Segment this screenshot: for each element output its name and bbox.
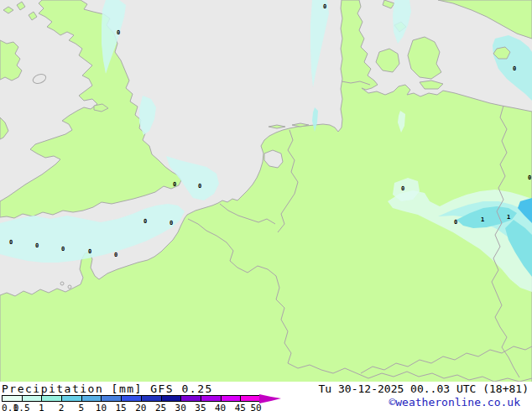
legend-colorbar [2, 395, 261, 402]
station-precip-value: 0 [114, 252, 117, 258]
station-precip-value: 0 [61, 247, 65, 252]
legend-color-segment [240, 395, 261, 402]
legend-color-segment [101, 395, 122, 402]
station-precip-value: 0 [35, 243, 39, 249]
legend-tick-label: 5 [78, 403, 84, 411]
legend-tick-label: 20 [135, 403, 146, 411]
legend-color-segment [81, 395, 102, 402]
legend-tick-label: 35 [195, 403, 206, 411]
legend-tick-label: 0.5 [13, 403, 30, 411]
station-precip-value: 0 [170, 221, 173, 226]
station-precip-value: 0 [454, 220, 457, 226]
legend-color-segment [141, 395, 162, 402]
legend-color-segment [41, 395, 62, 402]
legend-title: Precipitation [mm] GFS 0.25 [2, 382, 213, 395]
island-channel-1 [60, 282, 64, 285]
legend-color-segment [2, 395, 23, 402]
legend-tick-label: 50 [250, 403, 261, 411]
station-precip-value: 0 [323, 4, 326, 10]
legend-color-segment [221, 395, 242, 402]
legend-color-segment [180, 395, 201, 402]
legend-tick-label: 1 [39, 403, 44, 411]
legend-tick-label: 45 [235, 403, 246, 411]
legend-color-segment [161, 395, 182, 402]
weather-map-screen: 00000000000000011 Precipitation [mm] GFS… [0, 0, 532, 411]
legend-colorbar-arrow [259, 393, 283, 404]
legend-tick-label: 15 [116, 403, 127, 411]
legend-color-segment [61, 395, 82, 402]
station-precip-value: 0 [401, 186, 404, 192]
precipitation-map [0, 0, 532, 382]
legend-color-segment [121, 395, 142, 402]
map-container: 00000000000000011 [0, 0, 532, 382]
forecast-timestamp: Tu 30-12-2025 00..03 UTC (18+81) [319, 382, 529, 395]
copyright-link[interactable]: ©weatheronline.co.uk [389, 396, 520, 408]
station-precip-value: 0 [9, 240, 13, 246]
legend-tick-label: 10 [96, 403, 107, 411]
legend-tick-label: 30 [175, 403, 186, 411]
station-precip-value: 0 [143, 219, 147, 225]
station-precip-value: 0 [528, 175, 531, 181]
island-channel-2 [68, 285, 71, 289]
legend-tick-label: 2 [59, 403, 65, 411]
station-precip-value: 0 [88, 249, 91, 255]
station-precip-value: 1 [481, 217, 484, 223]
legend-tick-label: 25 [155, 403, 166, 411]
legend-color-segment [201, 395, 222, 402]
station-precip-value: 0 [117, 30, 120, 36]
station-precip-value: 0 [198, 184, 201, 190]
station-precip-value: 0 [173, 182, 176, 188]
legend-color-segment [22, 395, 43, 402]
station-precip-value: 0 [513, 66, 516, 72]
legend-tick-label: 40 [215, 403, 226, 411]
station-precip-value: 1 [507, 215, 510, 221]
